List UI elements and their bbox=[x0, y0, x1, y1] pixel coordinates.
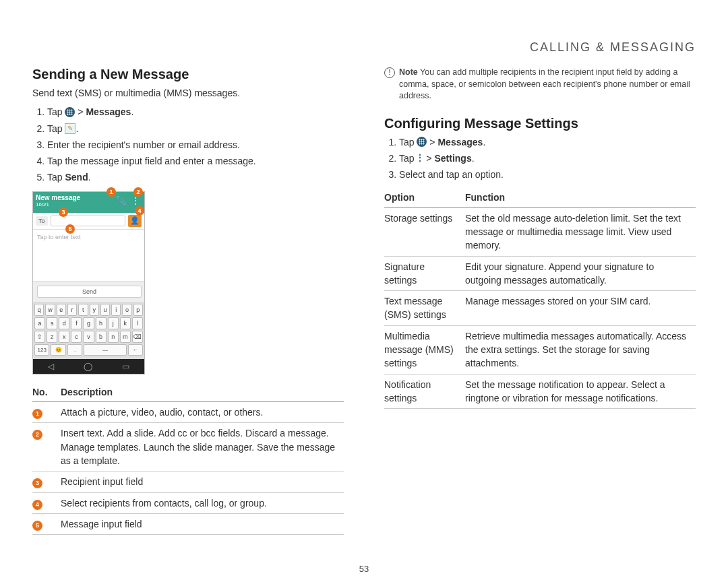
note-text: Note You can add multiple recipients in … bbox=[399, 67, 696, 102]
step-2: Tap ✎. bbox=[47, 122, 344, 135]
kbd-row-3: ⇧zxcvbnm⌫ bbox=[34, 331, 143, 343]
table-row: 2Insert text. Add a slide. Add cc or bcc… bbox=[32, 423, 344, 471]
phone-screenshot: 1 2 New message 160/1 📎 ⋮ 3 4 To 👤 5 Tap bbox=[32, 191, 145, 375]
table-row: 3Recipient input field bbox=[32, 471, 344, 492]
apps-icon bbox=[417, 137, 427, 147]
phone-to-row: 3 4 To 👤 bbox=[33, 213, 144, 230]
table-header-row: No. Description bbox=[32, 383, 344, 402]
col-function: Function bbox=[465, 188, 696, 207]
phone-header: 1 2 New message 160/1 📎 ⋮ bbox=[33, 192, 144, 213]
table-row: Multimedia message (MMS) settingsRetriev… bbox=[384, 325, 696, 374]
step-5: Tap Send. bbox=[47, 170, 344, 184]
heading-configuring: Configuring Message Settings bbox=[384, 116, 696, 131]
phone-nav-bar: ◁ ◯ ▭ bbox=[33, 359, 144, 374]
kbd-row-4: 123😊.—← bbox=[34, 344, 143, 356]
steps-list-settings: Tap > Messages. Tap ⋮ > Settings. Select… bbox=[384, 135, 696, 182]
description-table: No. Description 1Attach a picture, video… bbox=[32, 383, 344, 535]
col-option: Option bbox=[384, 188, 465, 207]
step-2: Tap ⋮ > Settings. bbox=[399, 152, 696, 165]
message-placeholder: Tap to enter text bbox=[37, 234, 81, 240]
table-header-row: Option Function bbox=[384, 188, 696, 207]
info-icon: ! bbox=[384, 67, 395, 78]
table-row: Text message (SMS) settingsManage messag… bbox=[384, 291, 696, 326]
step-3: Select and tap an option. bbox=[399, 168, 696, 181]
bullet-4-icon: 4 bbox=[32, 500, 42, 510]
back-icon: ◁ bbox=[48, 362, 54, 371]
table-row: Notification settingsSet the message not… bbox=[384, 374, 696, 409]
bullet-5-icon: 5 bbox=[32, 521, 42, 531]
step-1: Tap > Messages. bbox=[399, 135, 696, 149]
callout-5: 5 bbox=[65, 224, 75, 234]
to-input bbox=[51, 216, 125, 226]
section-header: CALLING & MESSAGING bbox=[32, 40, 696, 55]
bullet-3-icon: 3 bbox=[32, 478, 42, 488]
recent-icon: ▭ bbox=[122, 362, 129, 371]
kbd-row-1: qwertyuiop bbox=[34, 304, 143, 316]
phone-send-button: Send bbox=[37, 286, 142, 298]
steps-list-sending: Tap > Messages. Tap ✎. Enter the recipie… bbox=[32, 105, 344, 184]
table-row: 4Select recipients from contacts, call l… bbox=[32, 492, 344, 513]
intro-text: Send text (SMS) or multimedia (MMS) mess… bbox=[32, 86, 344, 100]
kbd-row-2: asdfghjkl bbox=[34, 317, 143, 329]
settings-table: Option Function Storage settingsSet the … bbox=[384, 188, 696, 409]
contacts-button-icon: 👤 bbox=[128, 215, 142, 227]
overflow-menu-icon: ⋮ bbox=[417, 154, 423, 163]
home-icon: ◯ bbox=[84, 362, 92, 371]
col-description: Description bbox=[61, 383, 344, 402]
heading-sending: Sending a New Message bbox=[32, 67, 344, 82]
table-row: 1Attach a picture, video, audio, contact… bbox=[32, 402, 344, 423]
to-label: To bbox=[36, 216, 48, 226]
right-column: ! Note You can add multiple recipients i… bbox=[384, 67, 696, 535]
step-1: Tap > Messages. bbox=[47, 105, 344, 119]
phone-keyboard: qwertyuiop asdfghjkl ⇧zxcvbnm⌫ 123😊.—← bbox=[33, 302, 144, 359]
apps-icon bbox=[65, 107, 75, 117]
attach-icon: 📎 bbox=[115, 195, 127, 207]
callout-4: 4 bbox=[135, 206, 144, 216]
note-block: ! Note You can add multiple recipients i… bbox=[384, 67, 696, 102]
step-3: Enter the recipient's number or email ad… bbox=[47, 138, 344, 152]
bullet-2-icon: 2 bbox=[32, 430, 42, 440]
table-row: 5Message input field bbox=[32, 513, 344, 534]
compose-icon: ✎ bbox=[65, 123, 75, 134]
page-number: 53 bbox=[0, 564, 728, 574]
callout-1: 1 bbox=[107, 187, 116, 197]
table-row: Storage settingsSet the old message auto… bbox=[384, 207, 696, 256]
phone-message-body: 5 Tap to enter text bbox=[33, 230, 144, 282]
step-4: Tap the message input field and enter a … bbox=[47, 154, 344, 168]
col-no: No. bbox=[32, 383, 61, 402]
callout-3: 3 bbox=[59, 207, 68, 217]
left-column: Sending a New Message Send text (SMS) or… bbox=[32, 67, 344, 535]
bullet-1-icon: 1 bbox=[32, 409, 42, 419]
phone-send-row: Send bbox=[33, 282, 144, 302]
table-row: Signature settingsEdit your signature. A… bbox=[384, 256, 696, 291]
callout-2: 2 bbox=[133, 187, 143, 197]
